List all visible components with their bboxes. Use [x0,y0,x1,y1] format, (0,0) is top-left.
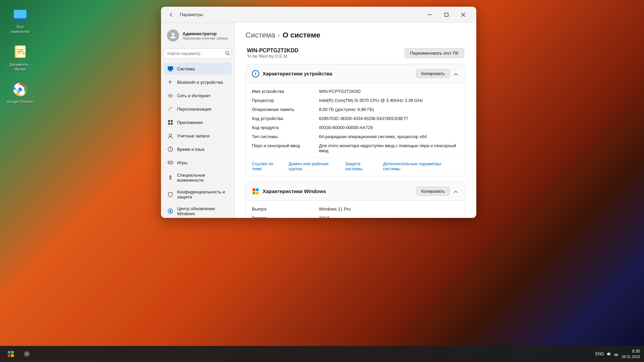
nav-item-privacy[interactable]: Конфиденциальность и защита [164,187,232,202]
info-label-ram: Оперативная память [252,107,319,112]
nav-label-games: Игры [177,160,187,165]
minimize-button[interactable] [422,9,437,20]
svg-point-24 [170,108,171,109]
nav-label-privacy: Конфиденциальность и защита [177,189,228,199]
info-value-edition: Windows 11 Pro [319,206,351,212]
svg-point-46 [616,356,616,356]
documents-label: Документы - Ярлык [7,62,34,72]
user-info: Администратор Локальная учетная запись [182,31,228,40]
nav-label-personalization: Персонализация [177,107,211,112]
nav-item-accessibility[interactable]: Специальные возможности [164,170,232,185]
window-controls [422,9,471,20]
breadcrumb-current: О системе [283,31,320,40]
link-advanced-settings[interactable]: Дополнительные параметры системы [383,161,459,171]
desktop-icons-container: Этот компьютер Документы - Ярлык [7,7,34,104]
info-value-ram: 8,00 ГБ (доступно: 6,96 ГБ) [319,107,374,112]
back-button[interactable] [166,10,176,19]
title-bar-left: Параметры [166,10,422,19]
nav-item-bluetooth[interactable]: Bluetooth и устройства [164,76,232,88]
nav-label-accessibility: Специальные возможности [177,173,228,183]
main-content: Система › О системе WIN-PCPTG2T2KDD To b… [235,23,476,218]
taskbar: ENG 8:30 28.01.2023 [0,346,644,362]
nav-item-system[interactable]: Система [164,63,232,75]
info-label-system-type: Тип системы [252,134,319,139]
nav-label-apps: Приложения [177,120,203,125]
nav-item-personalization[interactable]: Персонализация [164,103,232,115]
nav-item-accounts[interactable]: Учетные записи [164,130,232,142]
info-label-processor: Процессор [252,98,319,103]
svg-rect-2 [18,19,22,20]
nav-label-windows-update: Центр обновления Windows [177,206,228,216]
windows-logo-icon [252,188,259,195]
maximize-button[interactable] [439,9,454,20]
svg-point-37 [171,162,171,163]
device-section-links: Ссылки по теме Домен или рабочая группа … [246,158,465,176]
info-row-system-type: Тип системы 64-разрядная операционная си… [252,133,459,140]
device-copy-button[interactable]: Копировать [416,69,450,78]
desktop-icon-chrome[interactable]: Google Chrome [7,81,34,104]
svg-point-39 [170,175,171,177]
svg-rect-44 [11,354,14,357]
svg-rect-42 [11,351,14,354]
user-section: Администратор Локальная учетная запись [164,27,232,47]
device-collapse-button[interactable] [452,70,459,78]
pc-name: WIN-PCPTG2T2KDD [247,48,299,54]
nav-item-games[interactable]: Игры [164,157,232,169]
search-input[interactable] [164,48,232,59]
nav-item-network[interactable]: Сеть и Интернет [164,89,232,102]
nav-item-apps[interactable]: Приложения [164,116,232,128]
taskbar-date-display: 28.01.2023 [622,354,640,359]
svg-rect-25 [168,120,170,122]
window-body: Администратор Локальная учетная запись [161,23,476,218]
info-value-product-id: 00330-80000-00000-AA729 [319,125,373,130]
svg-point-45 [26,353,28,355]
language-indicator: ENG [595,352,604,356]
link-system-protection[interactable]: Защита системы [345,161,383,171]
taskbar-settings-button[interactable] [20,347,34,361]
link-domain[interactable]: Домен или рабочая группа [289,161,345,171]
chrome-icon [12,81,28,98]
taskbar-clock: 8:30 28.01.2023 [622,349,640,359]
svg-rect-26 [171,120,173,122]
svg-rect-28 [171,123,173,125]
user-role: Локальная учетная запись [182,36,228,40]
title-bar-title: Параметры [180,12,203,17]
windows-copy-button[interactable]: Копировать [416,187,450,196]
rename-pc-button[interactable]: Переименовать этот ПК [405,48,465,58]
info-value-processor: Intel(R) Core(TM) i5-3570 CPU @ 3.40GHz … [319,98,423,103]
network-icon [167,92,174,99]
device-section-header: i Характеристики устройства Копировать [246,64,465,83]
info-row-edition: Выпуск Windows 11 Pro [252,205,459,213]
close-button[interactable] [455,9,471,20]
breadcrumb-separator: › [278,32,280,39]
settings-window: Параметры [161,7,476,218]
user-name: Администратор [182,31,228,36]
taskbar-time-display: 8:30 [622,349,640,354]
desktop-icon-documents[interactable]: Документы - Ярлык [7,44,34,72]
pc-name-section: WIN-PCPTG2T2KDD To be filled by O.E.M. П… [246,48,466,59]
windows-collapse-button[interactable] [452,187,459,195]
search-icon[interactable] [225,51,230,56]
info-value-system-type: 64-разрядная операционная система, проце… [319,134,427,139]
svg-rect-3 [17,20,23,21]
nav-label-accounts: Учетные записи [177,133,209,138]
user-avatar [167,29,179,42]
windows-section-title-group: Характеристики Windows [252,188,326,195]
accessibility-icon [167,174,174,181]
nav-item-time[interactable]: Время и язык [164,143,232,155]
info-row-version: Версия 22H2 [252,215,459,218]
device-section-title: Характеристики устройства [263,71,332,76]
info-row-device-name: Имя устройства WIN-PCPTG2T2KDD [252,88,459,95]
link-related-topics[interactable]: Ссылки по теме [252,161,289,171]
desktop-icon-this-pc[interactable]: Этот компьютер [7,7,34,34]
windows-section-header: Характеристики Windows Копировать [246,182,465,201]
taskbar-right: ENG 8:30 28.01.2023 [595,349,640,359]
windows-section-title: Характеристики Windows [263,188,326,194]
games-icon [167,159,174,166]
info-label-device-name: Имя устройства [252,89,319,94]
nav-item-windows-update[interactable]: Центр обновления Windows [164,203,232,218]
info-label-pen: Перо и сенсорный ввод [252,143,319,148]
svg-line-19 [228,54,230,55]
svg-line-32 [170,149,171,150]
start-button[interactable] [4,347,17,361]
